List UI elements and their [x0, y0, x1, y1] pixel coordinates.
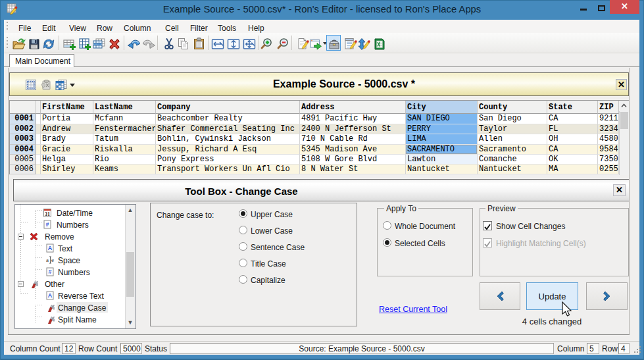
svg-text:A: A [48, 245, 53, 251]
svg-text:#: # [45, 221, 49, 228]
svg-text:e: e [51, 257, 54, 263]
svg-text:A: A [48, 292, 53, 299]
svg-text:a: a [46, 257, 49, 263]
svg-text:31: 31 [45, 211, 50, 217]
svg-text:#: # [48, 269, 51, 275]
